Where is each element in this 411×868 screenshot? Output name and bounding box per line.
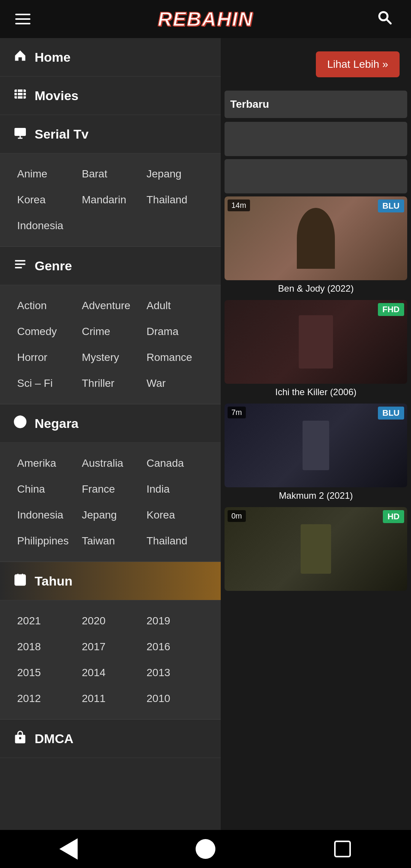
serialtv-subitems: Anime Barat Jepang Korea Mandarin Thaila…	[0, 153, 221, 247]
genre-icon	[13, 257, 27, 274]
genre-horror[interactable]: Horror	[13, 345, 78, 370]
search-button[interactable]	[377, 10, 396, 29]
sub-item-thailand[interactable]: Thailand	[143, 187, 207, 213]
year-2020[interactable]: 2020	[78, 608, 143, 634]
quality-badge: BLU	[378, 407, 404, 420]
negara-indonesia[interactable]: Indonesia	[13, 502, 78, 528]
calendar-icon	[13, 573, 27, 589]
movie-card[interactable]: 14m BLU Ben & Jody (2022)	[225, 196, 407, 297]
genre-heading: Genre	[0, 247, 221, 285]
sidebar-item-home[interactable]: Home	[0, 38, 221, 77]
time-badge: 14m	[228, 199, 250, 211]
genre-war[interactable]: War	[143, 370, 207, 396]
tahun-subitems: 2021 2020 2019 2018 2017 2016 2015 2014 …	[0, 600, 221, 720]
logo: REBAHIN	[158, 8, 253, 30]
svg-line-1	[387, 19, 391, 24]
terbaru-header: Terbaru	[225, 91, 407, 118]
negara-jepang[interactable]: Jepang	[78, 502, 143, 528]
year-2010[interactable]: 2010	[143, 686, 207, 712]
tahun-heading: Tahun	[0, 562, 221, 600]
sub-item-jepang[interactable]: Jepang	[143, 161, 207, 187]
genre-scifi[interactable]: Sci – Fi	[13, 370, 78, 396]
movie-card[interactable]: 0m HD	[225, 507, 407, 591]
sidebar-drawer: Home Movies Serial Tv Anime Barat Jepang…	[0, 38, 221, 868]
movie-title: Ben & Jody (2022)	[225, 280, 407, 297]
year-2015[interactable]: 2015	[13, 660, 78, 686]
genre-grid: Action Adventure Adult Comedy Crime Dram…	[13, 293, 207, 396]
svg-rect-2	[14, 89, 26, 99]
sub-item-barat[interactable]: Barat	[78, 161, 143, 187]
negara-france[interactable]: France	[78, 476, 143, 502]
year-2018[interactable]: 2018	[13, 634, 78, 660]
sub-item-korea[interactable]: Korea	[13, 187, 78, 213]
movie-card[interactable]: 7m BLU Makmum 2 (2021)	[225, 404, 407, 504]
recents-icon	[334, 841, 351, 857]
sidebar-movies-label: Movies	[35, 88, 78, 103]
negara-china[interactable]: China	[13, 476, 78, 502]
sidebar-item-dmca[interactable]: DMCA	[0, 720, 221, 758]
lock-icon	[13, 730, 27, 747]
movie-card[interactable]: FHD Ichi the Killer (2006)	[225, 300, 407, 400]
time-badge: 7m	[228, 407, 246, 418]
sub-item-anime[interactable]: Anime	[13, 161, 78, 187]
genre-romance[interactable]: Romance	[143, 345, 207, 370]
sidebar-item-serialtv[interactable]: Serial Tv	[0, 115, 221, 153]
sub-item-indonesia[interactable]: Indonesia	[13, 213, 78, 239]
svg-rect-10	[15, 575, 25, 585]
home-circle-icon	[196, 839, 215, 859]
sub-item-mandarin[interactable]: Mandarin	[78, 187, 143, 213]
quality-badge: FHD	[378, 303, 404, 316]
negara-grid: Amerika Australia Canada China France In…	[13, 450, 207, 554]
sidebar-item-movies[interactable]: Movies	[0, 77, 221, 115]
negara-thailand[interactable]: Thailand	[143, 528, 207, 554]
placeholder-bar-1	[225, 122, 407, 156]
year-2016[interactable]: 2016	[143, 634, 207, 660]
recents-button[interactable]	[327, 838, 358, 860]
negara-amerika[interactable]: Amerika	[13, 450, 78, 476]
tv-icon	[13, 126, 27, 142]
genre-adventure[interactable]: Adventure	[78, 293, 143, 319]
negara-taiwan[interactable]: Taiwan	[78, 528, 143, 554]
sidebar-serialtv-label: Serial Tv	[35, 127, 89, 142]
svg-rect-3	[14, 128, 26, 136]
bottom-nav-bar	[0, 830, 411, 868]
genre-crime[interactable]: Crime	[78, 319, 143, 345]
movie-title: Makmum 2 (2021)	[225, 487, 407, 504]
dmca-label: DMCA	[35, 731, 73, 746]
quality-badge: HD	[383, 510, 404, 523]
back-button[interactable]	[53, 838, 84, 860]
negara-canada[interactable]: Canada	[143, 450, 207, 476]
year-2017[interactable]: 2017	[78, 634, 143, 660]
content-area: Lihat Lebih » Terbaru 14m BLU Ben & Jody…	[221, 38, 411, 598]
hamburger-button[interactable]	[15, 10, 34, 29]
year-2021[interactable]: 2021	[13, 608, 78, 634]
back-icon	[59, 838, 78, 860]
genre-adult[interactable]: Adult	[143, 293, 207, 319]
movie-title: Ichi the Killer (2006)	[225, 384, 407, 400]
negara-subitems: Amerika Australia Canada China France In…	[0, 443, 221, 562]
genre-thriller[interactable]: Thriller	[78, 370, 143, 396]
genre-drama[interactable]: Drama	[143, 319, 207, 345]
topbar: REBAHIN	[0, 0, 411, 38]
negara-philippines[interactable]: Philippines	[13, 528, 78, 554]
year-2012[interactable]: 2012	[13, 686, 78, 712]
movies-icon	[13, 87, 27, 104]
home-icon	[13, 49, 27, 65]
negara-australia[interactable]: Australia	[78, 450, 143, 476]
see-more-button[interactable]: Lihat Lebih »	[316, 51, 400, 77]
year-2014[interactable]: 2014	[78, 660, 143, 686]
placeholder-bar-2	[225, 159, 407, 193]
genre-mystery[interactable]: Mystery	[78, 345, 143, 370]
genre-subitems: Action Adventure Adult Comedy Crime Dram…	[0, 285, 221, 404]
year-2011[interactable]: 2011	[78, 686, 143, 712]
globe-icon	[13, 415, 27, 432]
year-2019[interactable]: 2019	[143, 608, 207, 634]
genre-comedy[interactable]: Comedy	[13, 319, 78, 345]
serialtv-grid: Anime Barat Jepang Korea Mandarin Thaila…	[13, 161, 207, 239]
genre-action[interactable]: Action	[13, 293, 78, 319]
negara-korea[interactable]: Korea	[143, 502, 207, 528]
negara-india[interactable]: India	[143, 476, 207, 502]
year-2013[interactable]: 2013	[143, 660, 207, 686]
home-button[interactable]	[190, 838, 221, 860]
time-badge: 0m	[228, 510, 246, 522]
